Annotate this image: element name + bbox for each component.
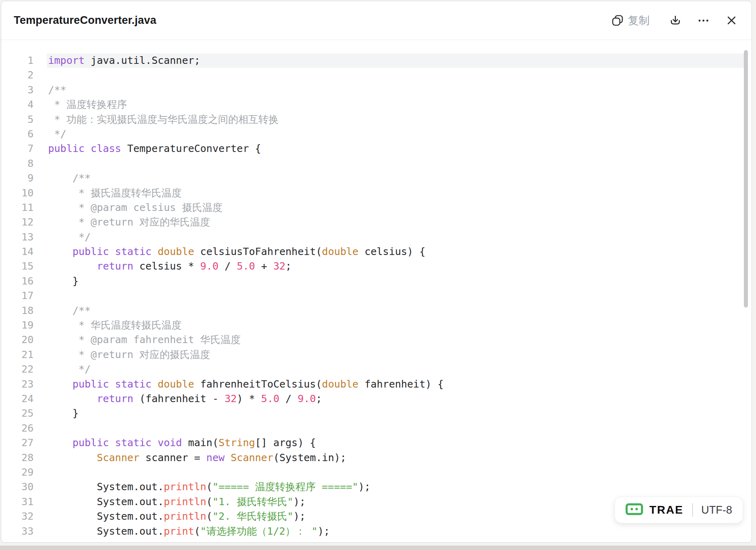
code-line-row: 15 return celsius * 9.0 / 5.0 + 32; bbox=[1, 259, 745, 274]
line-number: 26 bbox=[1, 421, 34, 436]
more-icon bbox=[697, 14, 710, 27]
code-line-row: 30 System.out.println("===== 温度转换程序 ====… bbox=[1, 480, 745, 494]
code-line-row: 26 bbox=[1, 421, 745, 436]
code-line-row: 27 public static void main(String[] args… bbox=[1, 436, 745, 450]
code-line: public static double fahrenheitToCelsius… bbox=[47, 377, 745, 392]
code-line bbox=[47, 156, 745, 171]
code-line: */ bbox=[47, 127, 745, 141]
line-number: 3 bbox=[1, 83, 34, 97]
line-number: 29 bbox=[1, 465, 34, 480]
code-line: * @param fahrenheit 华氏温度 bbox=[47, 333, 745, 347]
code-line: */ bbox=[47, 362, 745, 377]
download-icon bbox=[669, 14, 682, 27]
code-line: public class TemperatureConverter { bbox=[47, 141, 745, 156]
line-number: 13 bbox=[1, 230, 34, 244]
line-number: 4 bbox=[1, 97, 34, 112]
code-viewer: 1import java.util.Scanner;23/**4 * 温度转换程… bbox=[1, 40, 752, 539]
code-line bbox=[47, 421, 745, 436]
code-line-row: 28 Scanner scanner = new Scanner(System.… bbox=[1, 451, 745, 465]
code-line: * 功能：实现摄氏温度与华氏温度之间的相互转换 bbox=[47, 112, 745, 127]
code-line: public static double celsiusToFahrenheit… bbox=[47, 244, 745, 259]
code-line-row: 29 bbox=[1, 465, 745, 480]
line-number: 20 bbox=[1, 333, 34, 347]
background-strip bbox=[0, 546, 756, 550]
code-line: * @return 对应的摄氏温度 bbox=[47, 348, 745, 362]
line-number: 25 bbox=[1, 406, 34, 421]
code-line: return celsius * 9.0 / 5.0 + 32; bbox=[47, 259, 745, 274]
code-line-row: 10 * 摄氏温度转华氏温度 bbox=[1, 186, 745, 200]
code-line-row: 8 bbox=[1, 156, 745, 171]
line-number: 31 bbox=[1, 495, 34, 509]
code-line-row: 14 public static double celsiusToFahrenh… bbox=[1, 244, 745, 259]
code-line-row: 2 bbox=[1, 68, 745, 82]
brand-label: TRAE bbox=[649, 504, 683, 516]
line-number: 11 bbox=[1, 200, 34, 215]
line-number: 17 bbox=[1, 289, 34, 303]
line-number: 30 bbox=[1, 480, 34, 494]
code-line-row: 23 public static double fahrenheitToCels… bbox=[1, 377, 745, 392]
line-number: 32 bbox=[1, 509, 34, 524]
code-line: * @param celsius 摄氏温度 bbox=[47, 200, 745, 215]
line-number: 33 bbox=[1, 524, 34, 539]
line-number: 8 bbox=[1, 156, 34, 171]
encoding-label: UTF-8 bbox=[701, 504, 733, 516]
line-number: 7 bbox=[1, 141, 34, 156]
file-title: TemperatureConverter.java bbox=[14, 14, 156, 27]
copy-button[interactable]: 复制 bbox=[610, 12, 651, 30]
code-line: System.out.print("请选择功能（1/2）： "); bbox=[47, 524, 745, 539]
line-number: 18 bbox=[1, 303, 34, 318]
line-number: 15 bbox=[1, 259, 34, 274]
line-number: 14 bbox=[1, 244, 34, 259]
more-button[interactable] bbox=[695, 13, 712, 29]
code-line-row: 1import java.util.Scanner; bbox=[1, 53, 745, 68]
code-line: * 温度转换程序 bbox=[47, 97, 745, 112]
code-line-row: 4 * 温度转换程序 bbox=[1, 97, 745, 112]
code-line: * @return 对应的华氏温度 bbox=[47, 215, 745, 230]
code-line-row: 21 * @return 对应的摄氏温度 bbox=[1, 348, 745, 362]
code-line-row: 18 /** bbox=[1, 303, 745, 318]
close-icon bbox=[725, 14, 738, 27]
titlebar: TemperatureConverter.java 复制 bbox=[1, 1, 752, 40]
code-line-row: 22 */ bbox=[1, 362, 745, 377]
line-number: 1 bbox=[1, 53, 34, 68]
code-line: public static void main(String[] args) { bbox=[47, 436, 745, 450]
code-line: */ bbox=[47, 230, 745, 244]
code-line-row: 33 System.out.print("请选择功能（1/2）： "); bbox=[1, 524, 745, 539]
code-line: } bbox=[47, 406, 745, 421]
line-number: 12 bbox=[1, 215, 34, 230]
line-number: 24 bbox=[1, 392, 34, 406]
status-badge: TRAE UTF-8 bbox=[615, 497, 743, 523]
code-line: /** bbox=[47, 303, 745, 318]
badge-divider bbox=[692, 503, 693, 517]
code-line-row: 24 return (fahrenheit - 32) * 5.0 / 9.0; bbox=[1, 392, 745, 406]
line-number: 22 bbox=[1, 362, 34, 377]
code-line-row: 12 * @return 对应的华氏温度 bbox=[1, 215, 745, 230]
code-line: import java.util.Scanner; bbox=[47, 53, 745, 68]
code-line-row: 20 * @param fahrenheit 华氏温度 bbox=[1, 333, 745, 347]
code-line bbox=[47, 68, 745, 82]
line-number: 10 bbox=[1, 186, 34, 200]
line-number: 21 bbox=[1, 348, 34, 362]
line-number: 6 bbox=[1, 127, 34, 141]
code-line-row: 7public class TemperatureConverter { bbox=[1, 141, 745, 156]
code-line: System.out.println("===== 温度转换程序 =====")… bbox=[47, 480, 745, 494]
trae-logo-icon bbox=[625, 502, 643, 518]
code-line: Scanner scanner = new Scanner(System.in)… bbox=[47, 451, 745, 465]
line-number: 19 bbox=[1, 318, 34, 333]
code-line: /** bbox=[47, 83, 745, 97]
code-line-row: 25 } bbox=[1, 406, 745, 421]
line-number: 27 bbox=[1, 436, 34, 450]
line-number: 28 bbox=[1, 451, 34, 465]
line-number: 5 bbox=[1, 112, 34, 127]
code-line-row: 6 */ bbox=[1, 127, 745, 141]
code-line: * 摄氏温度转华氏温度 bbox=[47, 186, 745, 200]
line-number: 16 bbox=[1, 274, 34, 289]
close-button[interactable] bbox=[724, 13, 739, 28]
code-line-row: 5 * 功能：实现摄氏温度与华氏温度之间的相互转换 bbox=[1, 112, 745, 127]
line-number: 2 bbox=[1, 68, 34, 82]
code-line-row: 13 */ bbox=[1, 230, 745, 244]
code-line bbox=[47, 465, 745, 480]
code-line-row: 19 * 华氏温度转摄氏温度 bbox=[1, 318, 745, 333]
download-button[interactable] bbox=[667, 13, 683, 28]
scrollbar-thumb[interactable] bbox=[744, 50, 748, 308]
